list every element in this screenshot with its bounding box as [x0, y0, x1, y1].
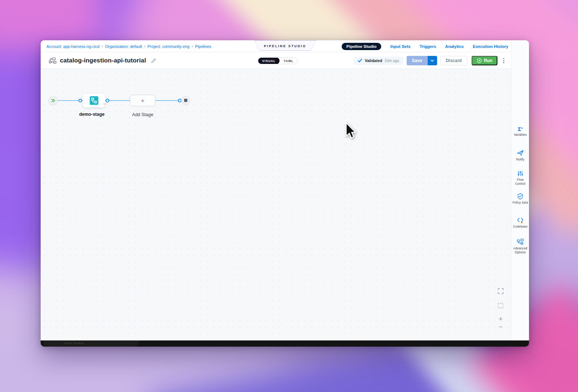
breadcrumb-pipelines[interactable]: Pipelines	[195, 44, 211, 49]
toggle-visual[interactable]: VISUAL	[258, 57, 280, 64]
sigma-variables-icon: Σx	[518, 126, 522, 132]
edge-connector-dot[interactable]	[106, 99, 109, 102]
flowchart-gear-icon	[517, 238, 524, 245]
tab-execution-history[interactable]: Execution History	[473, 44, 508, 49]
fullscreen-icon	[497, 288, 504, 294]
fit-to-screen-button[interactable]	[494, 302, 507, 309]
breadcrumb-account[interactable]: Account: app-harness-ng-cicd	[46, 44, 99, 49]
tab-triggers[interactable]: Triggers	[420, 44, 436, 49]
zoom-in-button[interactable]: +	[494, 315, 507, 323]
zoom-out-button[interactable]: −	[494, 323, 507, 331]
save-button[interactable]: Save	[407, 56, 428, 65]
page-title: catalog-ingestion-api-tutorial	[60, 57, 146, 64]
play-circle-icon	[477, 58, 482, 63]
code-icon	[517, 217, 524, 224]
pipeline-start-node	[48, 96, 58, 105]
toggle-yaml[interactable]: YAML	[280, 57, 297, 64]
sidebar-item-flow-control[interactable]: Flow Control	[512, 170, 529, 186]
tab-input-sets[interactable]: Input Sets	[390, 44, 411, 49]
right-toolbar: Σx Variables Notify Flow Control	[511, 40, 529, 340]
sidebar-item-policy-sets[interactable]: Policy Sets	[512, 193, 529, 205]
discard-button[interactable]: Discard	[440, 56, 467, 65]
pipeline-edge	[155, 100, 181, 101]
breadcrumb-organization[interactable]: Organization: default	[105, 44, 142, 49]
fullscreen-button[interactable]	[494, 288, 507, 294]
paper-plane-icon	[517, 150, 524, 156]
chevron-down-icon	[430, 59, 434, 62]
visual-yaml-toggle: VISUAL YAML	[258, 57, 298, 64]
breadcrumb-project[interactable]: Project: community-eng	[147, 44, 190, 49]
save-options-caret[interactable]	[428, 56, 437, 65]
breadcrumb: Account: app-harness-ng-cicd › Organizat…	[46, 40, 211, 52]
validated-label: Validated	[365, 58, 382, 63]
footer-chip	[44, 340, 139, 347]
pipeline-studio-badge: PIPELINE STUDIO	[254, 40, 316, 51]
breadcrumb-separator: ›	[144, 44, 145, 48]
validated-time: 10m ago	[384, 58, 399, 63]
sidebar-item-codebase[interactable]: Codebase	[512, 217, 529, 229]
stage-node-demo-stage[interactable]	[83, 94, 105, 107]
pipeline-end-node	[181, 96, 190, 105]
pipeline-header: catalog-ingestion-api-tutorial VISUAL YA…	[41, 52, 511, 69]
breadcrumb-separator: ›	[102, 44, 103, 48]
validation-status: Validated 10m ago	[354, 57, 403, 65]
sidebar-item-variables[interactable]: Σx Variables	[512, 126, 529, 137]
top-nav-tabs: Pipeline Studio Input Sets Triggers Anal…	[342, 40, 508, 52]
plus-icon: +	[141, 98, 144, 104]
stop-square-icon	[184, 99, 187, 102]
edit-pencil-icon[interactable]	[151, 58, 156, 63]
fit-selection-icon	[497, 302, 504, 309]
edge-connector-dot[interactable]	[78, 99, 82, 102]
pipeline-studio-window: Account: app-harness-ng-cicd › Organizat…	[41, 40, 529, 347]
pipeline-graph-icon	[49, 57, 57, 64]
check-icon	[358, 58, 362, 63]
run-button[interactable]: Run	[472, 56, 497, 65]
sliders-icon	[517, 170, 524, 177]
save-split-button: Save	[407, 56, 437, 65]
sidebar-item-notify[interactable]: Notify	[512, 150, 529, 162]
custom-stage-icon	[89, 96, 99, 105]
tab-analytics[interactable]: Analytics	[445, 44, 464, 49]
pipeline-canvas[interactable]: <> + demo-stage Add Stage	[41, 69, 511, 340]
footer-hint-text: More threads	[65, 342, 84, 345]
add-stage-label[interactable]: Add Stage	[117, 112, 168, 117]
stage-code-glyph: <>	[103, 102, 106, 106]
top-bar: Account: app-harness-ng-cicd › Organizat…	[41, 40, 511, 52]
add-stage-button[interactable]: +	[130, 95, 155, 106]
tab-pipeline-studio[interactable]: Pipeline Studio	[342, 43, 381, 50]
window-footer-bar: More threads	[41, 340, 529, 347]
stage-node-label[interactable]: demo-stage	[66, 112, 117, 117]
more-options-menu[interactable]	[501, 57, 506, 65]
shield-check-icon	[517, 193, 524, 200]
breadcrumb-separator: ›	[192, 44, 193, 48]
sidebar-item-advanced-options[interactable]: Advanced Options	[512, 238, 529, 254]
start-chevrons-icon	[51, 98, 56, 103]
